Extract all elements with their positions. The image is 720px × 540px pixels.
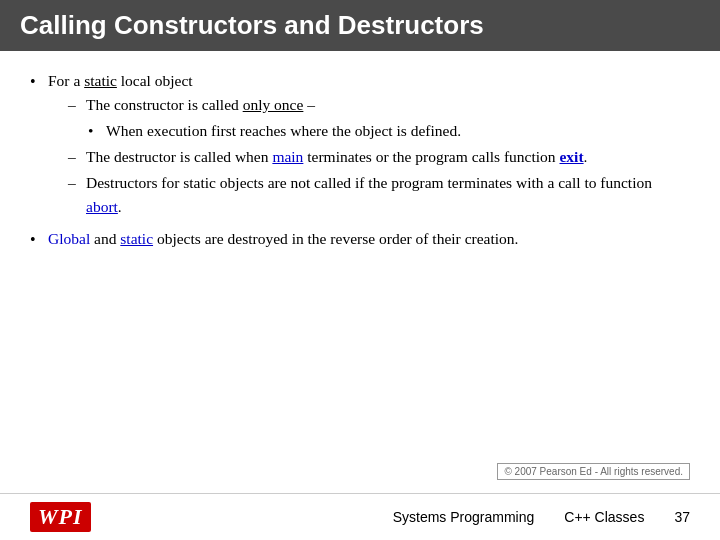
sub-item-2: – The destructor is called when main ter… [68, 145, 690, 169]
bullet-item-1: • For a static local object – The constr… [30, 69, 690, 221]
sub-dash-2: – [68, 145, 86, 169]
sub-sub-bullet-1: • [88, 119, 106, 143]
sub2-text: The destructor is called when main termi… [86, 145, 587, 169]
slide-content: • For a static local object – The constr… [0, 51, 720, 269]
slide-header: Calling Constructors and Destructors [0, 0, 720, 51]
sub-sub-item-1: • When execution first reaches where the… [88, 119, 690, 143]
bullet-dot-2: • [30, 227, 48, 253]
bullet1-prefix: For a [48, 72, 84, 89]
footer-link-systems: Systems Programming [393, 509, 535, 525]
sub-dash-1: – [68, 93, 86, 117]
bullet1-static: static [84, 72, 117, 89]
footer-logo-area: WPI [30, 502, 91, 532]
footer-link-cpp: C++ Classes [564, 509, 644, 525]
footer-page-number: 37 [674, 509, 690, 525]
bullet1-suffix: local object [117, 72, 193, 89]
sub-dash-3: – [68, 171, 86, 195]
slide-footer: WPI Systems Programming C++ Classes 37 [0, 493, 720, 540]
bullet-item-2: • Global and static objects are destroye… [30, 227, 690, 253]
copyright-box: © 2007 Pearson Ed - All rights reserved. [497, 463, 690, 480]
sub-item-3: – Destructors for static objects are not… [68, 171, 690, 219]
bullet-content-1: For a static local object – The construc… [48, 69, 690, 221]
subsub1-text: When execution first reaches where the o… [106, 119, 461, 143]
bullet-content-2: Global and static objects are destroyed … [48, 227, 690, 251]
slide-title: Calling Constructors and Destructors [20, 10, 484, 41]
sub-item-1: – The constructor is called only once – [68, 93, 690, 117]
sub1-text: The constructor is called only once – [86, 93, 315, 117]
footer-links: Systems Programming C++ Classes 37 [393, 509, 690, 525]
wpi-logo: WPI [30, 502, 91, 532]
bullet2-text: Global and static objects are destroyed … [48, 230, 518, 247]
bullet-dot-1: • [30, 69, 48, 95]
sub3-text: Destructors for static objects are not c… [86, 171, 690, 219]
copyright-text: © 2007 Pearson Ed - All rights reserved. [504, 466, 683, 477]
